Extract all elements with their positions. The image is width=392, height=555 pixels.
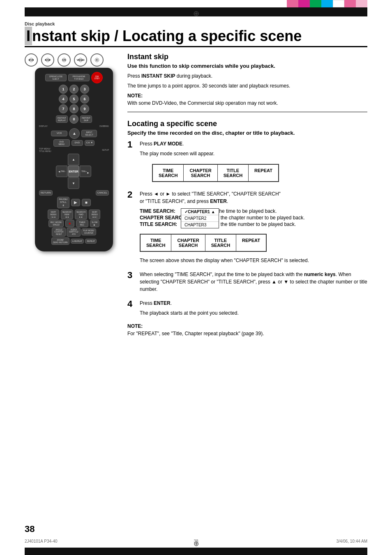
display-label: DISPLAY — [39, 125, 48, 127]
repeat-line2 — [254, 173, 272, 178]
locating-title: Locating a specific scene — [127, 120, 367, 128]
tis2-cell: TITLE SEARCH — [205, 235, 236, 251]
chapter2-option[interactable]: CHAPTER2 — [181, 215, 219, 222]
ts2-line2: SEARCH — [146, 243, 165, 248]
timer-rec-btn[interactable]: TIMERREC — [76, 220, 88, 227]
slow-btn[interactable]: SLOW▶ — [90, 220, 99, 227]
time-search-type: TIME SEARCH: Input the time to be played… — [140, 208, 367, 214]
title-search-line2: SEARCH — [224, 173, 242, 178]
instant-skip-note-text: With some DVD-Video, the Commercial skip… — [127, 99, 367, 107]
instant-skip-bold: INSTANT SKIP — [141, 73, 175, 79]
chapter-search-type: CHAPTER SEARCH: Select the chapter numbe… — [140, 215, 367, 221]
chapter-search-line2: SEARCH — [189, 173, 211, 178]
dvd-btn[interactable]: DVD — [71, 140, 83, 145]
rep2-line1: REPEAT — [242, 238, 260, 243]
search-screen-2-wrapper: ✓CHAPTER1 ▲ CHAPTER2 CHAPTER3 TIME SEARC… — [140, 234, 267, 252]
zoom-btn[interactable]: ZOOM/ZERO RETURN — [51, 237, 69, 245]
page-number: 38 — [25, 524, 35, 534]
nav-corner-tl — [56, 154, 67, 165]
nav-right-btn[interactable]: TRK+► — [80, 166, 91, 177]
instant-skip-note-label: NOTE: — [127, 93, 367, 99]
title-highlight: I — [25, 27, 32, 45]
skip-index-2-btn[interactable]: SKIP/INDEX►►| — [89, 210, 100, 219]
cs2-cell: CHAPTER SEARCH — [171, 235, 205, 251]
btn-1[interactable]: 1 — [59, 85, 68, 94]
search-fwd-btn[interactable]: SEARCH/FWD►► — [75, 210, 87, 219]
search-rew-btn[interactable]: SEARCH/REW◄◄ — [61, 210, 73, 219]
remote-body: OPEN/CLOSEEJECT PROG&HDMITV/VIDEO ON/STB… — [35, 68, 113, 251]
locating-subtitle: Specify the time recorded on the disc, c… — [127, 130, 367, 136]
footer-left: 2J40101A P34-40 — [25, 539, 58, 543]
chapter1-option[interactable]: ✓CHAPTER1 ▲ — [181, 209, 219, 215]
btn-3[interactable]: 3 — [80, 85, 89, 94]
return-btn[interactable]: RETURN — [39, 190, 53, 196]
on-standby-btn[interactable]: ON/STBY — [91, 72, 103, 83]
instant-replay-btn[interactable]: INSTANTREPLAY — [56, 115, 68, 123]
stop-btn[interactable]: ■ — [82, 199, 91, 206]
step-1-number: 1 — [127, 140, 136, 186]
search-types: TIME SEARCH: Input the time to be played… — [140, 208, 367, 227]
skip-index-1-btn[interactable]: SKIP/INDEX|◄◄ — [48, 210, 59, 219]
step-4-number: 4 — [127, 299, 136, 319]
rec-mode-btn[interactable]: REC MODE/SPEED — [48, 220, 63, 227]
title-search-cell: TITLE SEARCH — [218, 165, 249, 181]
disc-icon-ram: RAM — [41, 53, 54, 67]
locating-note-label: NOTE: — [127, 323, 367, 329]
step-2: 2 Press ◄ or ► to select "TIME SEARCH", … — [127, 190, 367, 267]
nav-up-btn[interactable]: ▲ — [68, 154, 79, 165]
angle-btn[interactable]: ANGLE/COUNTERRESET — [52, 228, 66, 237]
btn-9[interactable]: 9 — [80, 104, 89, 113]
locating-section: Locating a specific scene Specify the ti… — [127, 120, 367, 337]
cancel-btn[interactable]: CANCEL — [96, 190, 109, 196]
open-close-btn[interactable]: OPEN/CLOSEEJECT — [45, 74, 67, 81]
audio-btn[interactable]: AUDIO/SUBTITLE/ATH — [67, 228, 81, 237]
step-4-detail: The playback starts at the point you sel… — [140, 309, 367, 317]
btn-2[interactable]: 2 — [69, 85, 78, 94]
input-select-btn[interactable]: INPUTSELECT — [81, 130, 97, 137]
btn-8[interactable]: 8 — [69, 104, 78, 113]
locating-note-text: For "REPEAT", see "Title, Chapter repeat… — [127, 330, 367, 337]
chapter-search-cell: CHAPTER SEARCH — [184, 165, 217, 181]
ts2-cell: TIME SEARCH — [141, 235, 171, 251]
repeat-cell: REPEAT — [249, 165, 278, 181]
top-menu-label: TOP MENU/TITLE MENU — [39, 147, 51, 152]
nav-down-btn[interactable]: ▼ — [68, 177, 79, 189]
ch-btn[interactable]: CH ▼ — [85, 140, 95, 145]
btn-5[interactable]: 5 — [69, 94, 78, 104]
page-header: Disc playback — [25, 21, 55, 26]
title-search-line1: TITLE — [224, 168, 242, 173]
rep2-line2 — [242, 243, 260, 248]
play-mode-btn[interactable]: PLAY MODE/COUNTER — [81, 228, 96, 235]
chapter-search-line1: CHAPTER — [189, 168, 211, 173]
bottom-crosshair: ⊕ — [194, 540, 199, 548]
btn-6[interactable]: 6 — [80, 94, 89, 104]
up-btn[interactable]: ▲ — [69, 128, 80, 139]
chapter3-option[interactable]: CHAPTER3 — [181, 222, 219, 228]
step-4-instruction: Press ENTER. — [140, 299, 367, 307]
a-repeat-btn[interactable]: A-REPEAT — [71, 239, 84, 244]
pause-still-btn[interactable]: PAUSE/STILL⏸ — [57, 197, 69, 208]
btn-0[interactable]: 0 — [69, 115, 78, 124]
disc-icon-dvd: DVD — [25, 53, 38, 67]
step-2-instruction: Press ◄ or ► to select "TIME SEARCH", "C… — [140, 190, 367, 205]
title-search-type-desc: Select the title number to be played bac… — [205, 221, 296, 227]
step-4-content: Press ENTER. The playback starts at the … — [140, 299, 367, 319]
tis2-line2: SEARCH — [211, 243, 230, 248]
instant-skip-btn[interactable]: INSTANTSKIP — [80, 115, 92, 123]
prog-hdmi-btn[interactable]: PROG&HDMITV/VIDEO — [68, 74, 90, 81]
rec-btn[interactable]: ● — [65, 220, 74, 227]
vcr-btn[interactable]: VCR — [51, 131, 67, 136]
dvd-menu-btn[interactable]: DVDMENU — [53, 139, 70, 147]
enter-btn[interactable]: ENTER — [68, 166, 79, 177]
btn-4[interactable]: 4 — [59, 94, 68, 104]
repeat-btn[interactable]: REPEAT — [85, 239, 97, 244]
step-2-content: Press ◄ or ► to select "TIME SEARCH", "C… — [140, 190, 367, 267]
play-btn[interactable]: ▶ — [71, 199, 80, 206]
top-color-bar — [0, 0, 392, 7]
title-search-type: TITLE SEARCH: Select the title number to… — [140, 221, 367, 227]
nav-corner-tr — [80, 154, 91, 165]
nav-left-btn[interactable]: ◄TRK- — [56, 166, 67, 177]
dubbing-label: DUBBING — [99, 125, 109, 127]
btn-7[interactable]: 7 — [59, 104, 68, 113]
chapter-dropdown: ✓CHAPTER1 ▲ CHAPTER2 CHAPTER3 — [181, 208, 219, 228]
